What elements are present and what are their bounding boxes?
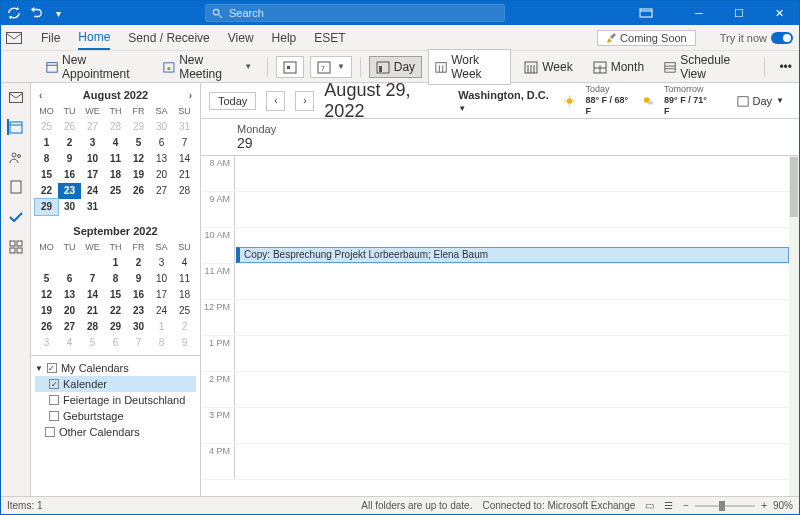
week-view-button[interactable]: Week [517, 56, 579, 78]
hour-row[interactable]: 3 PM [201, 408, 799, 444]
day-view-button[interactable]: Day [369, 56, 422, 78]
minical-day[interactable]: 9 [58, 151, 81, 167]
calendar-item[interactable]: Geburtstage [35, 408, 196, 424]
other-calendars-group[interactable]: Other Calendars [35, 424, 196, 440]
people-nav-icon[interactable] [8, 149, 24, 165]
minical-day[interactable]: 13 [150, 151, 173, 167]
minical-day[interactable]: 31 [81, 199, 104, 215]
try-it-now[interactable]: Try it now [714, 32, 799, 44]
minical-day[interactable]: 10 [81, 151, 104, 167]
minical-day[interactable]: 6 [58, 271, 81, 287]
minical-day[interactable]: 28 [173, 183, 196, 199]
minical-day[interactable]: 4 [173, 255, 196, 271]
minical-day[interactable]: 3 [35, 335, 58, 351]
minical-day[interactable]: 30 [150, 119, 173, 135]
minical-day[interactable]: 3 [81, 135, 104, 151]
minical-day[interactable]: 13 [58, 287, 81, 303]
sync-icon[interactable] [7, 6, 21, 20]
minical-day[interactable]: 25 [173, 303, 196, 319]
calendar-item[interactable]: Feiertage in Deutschland [35, 392, 196, 408]
minical-day[interactable]: 18 [173, 287, 196, 303]
minical-day[interactable]: 4 [58, 335, 81, 351]
minical-day[interactable]: 2 [173, 319, 196, 335]
minical-day[interactable]: 8 [104, 271, 127, 287]
minical-day[interactable]: 2 [58, 135, 81, 151]
prev-month-button[interactable]: ‹ [39, 90, 42, 101]
minical-day[interactable]: 4 [104, 135, 127, 151]
minical-day[interactable]: 19 [127, 167, 150, 183]
hour-row[interactable]: 12 PM [201, 300, 799, 336]
hour-row[interactable]: 8 AM [201, 156, 799, 192]
zoom-in-icon[interactable]: + [761, 500, 767, 511]
checkbox[interactable]: ✓ [47, 363, 57, 373]
minical-day[interactable]: 15 [35, 167, 58, 183]
checkbox[interactable]: ✓ [49, 379, 59, 389]
minical-day[interactable]: 8 [35, 151, 58, 167]
menu-help[interactable]: Help [272, 31, 297, 45]
minical-day[interactable]: 19 [35, 303, 58, 319]
scrollbar[interactable] [789, 156, 799, 496]
minical-day[interactable]: 27 [81, 119, 104, 135]
minical-day[interactable]: 16 [127, 287, 150, 303]
menu-eset[interactable]: ESET [314, 31, 345, 45]
next-days-button[interactable]: 7▼ [310, 56, 352, 78]
zoom-out-icon[interactable]: − [683, 500, 689, 511]
coming-soon-button[interactable]: Coming Soon [597, 30, 696, 46]
minical-day[interactable]: 15 [104, 287, 127, 303]
chevron-down-icon[interactable]: ▼ [242, 62, 252, 71]
time-grid[interactable]: 8 AM9 AM10 AM11 AM12 PM1 PM2 PM3 PM4 PMC… [201, 156, 799, 496]
minical-day[interactable]: 29 [35, 199, 58, 215]
hour-row[interactable]: 9 AM [201, 192, 799, 228]
minical-day[interactable]: 10 [150, 271, 173, 287]
try-it-toggle[interactable] [771, 32, 793, 44]
minical-day[interactable]: 6 [104, 335, 127, 351]
minical-day[interactable]: 8 [150, 335, 173, 351]
minical-day[interactable]: 7 [127, 335, 150, 351]
maximize-button[interactable]: ☐ [719, 7, 759, 20]
minical-day[interactable]: 2 [127, 255, 150, 271]
more-button[interactable]: ••• [772, 56, 799, 78]
minical-day[interactable]: 28 [104, 119, 127, 135]
minical-day[interactable]: 24 [150, 303, 173, 319]
zoom-control[interactable]: − + 90% [683, 500, 793, 511]
minical-day[interactable]: 24 [81, 183, 104, 199]
minical-day[interactable]: 27 [58, 319, 81, 335]
minical-day[interactable]: 23 [127, 303, 150, 319]
minical-day[interactable]: 5 [81, 335, 104, 351]
minical-day[interactable]: 5 [35, 271, 58, 287]
minical-day[interactable]: 12 [35, 287, 58, 303]
menu-file[interactable]: File [41, 31, 60, 45]
my-calendars-group[interactable]: ▼ ✓ My Calendars [35, 360, 196, 376]
minical-day[interactable]: 27 [150, 183, 173, 199]
tasks-nav-icon[interactable] [8, 209, 24, 225]
search-box[interactable]: Search [205, 4, 505, 22]
minical-day[interactable]: 11 [173, 271, 196, 287]
mail-nav-icon[interactable] [8, 89, 24, 105]
minical-day[interactable]: 30 [127, 319, 150, 335]
notes-nav-icon[interactable] [8, 179, 24, 195]
minimize-button[interactable]: ─ [679, 7, 719, 19]
minical-day[interactable]: 28 [81, 319, 104, 335]
hour-row[interactable]: 4 PM [201, 444, 799, 480]
minical-day[interactable]: 21 [173, 167, 196, 183]
next-month-button[interactable]: › [189, 90, 192, 101]
month-view-button[interactable]: Month [586, 56, 651, 78]
arrange-dropdown[interactable]: Day ▼ [730, 92, 791, 110]
view-normal-icon[interactable]: ▭ [645, 500, 654, 511]
hour-row[interactable]: 2 PM [201, 372, 799, 408]
minical-day[interactable]: 5 [127, 135, 150, 151]
weather-location[interactable]: Washington, D.C. ▼ [458, 89, 554, 113]
mail-icon[interactable] [6, 32, 22, 44]
minical-day[interactable]: 7 [173, 135, 196, 151]
schedule-view-button[interactable]: Schedule View [657, 49, 755, 85]
minical-day[interactable]: 26 [58, 119, 81, 135]
today-button[interactable]: Today [209, 92, 256, 110]
minical-day[interactable]: 3 [150, 255, 173, 271]
minical-day[interactable]: 25 [35, 119, 58, 135]
minical-day[interactable]: 1 [104, 255, 127, 271]
minical-day[interactable]: 22 [104, 303, 127, 319]
minical-day[interactable]: 20 [150, 167, 173, 183]
minical-day[interactable]: 7 [81, 271, 104, 287]
checkbox[interactable] [45, 427, 55, 437]
minical-day[interactable]: 20 [58, 303, 81, 319]
